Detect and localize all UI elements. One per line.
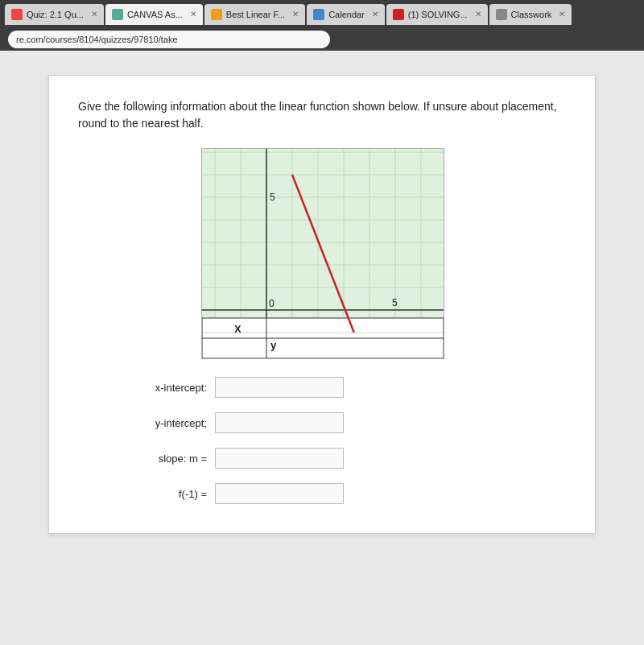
tab-quiz-close[interactable]: ✕ [91,10,97,19]
tab-solving-close[interactable]: ✕ [475,10,481,19]
question-text: Give the following information about the… [78,98,566,132]
y-intercept-label: y-intercept; [126,417,207,429]
tab-solving[interactable]: (1) SOLVING... ✕ [386,4,488,25]
x-intercept-label: x-intercept: [126,382,207,394]
f-neg1-row: f(-1) = [126,483,566,504]
x-intercept-input[interactable] [215,377,344,398]
y-intercept-input[interactable] [215,412,344,433]
graph-canvas [201,148,444,359]
tab-canvas-label: CANVAS As... [127,10,183,19]
address-input[interactable] [8,31,330,48]
fields-section: x-intercept: y-intercept; slope: m = f(-… [78,377,566,504]
tab-classwork-label: Classwork [511,10,552,19]
tab-calendar[interactable]: Calendar ✕ [307,4,385,25]
tab-classwork[interactable]: Classwork ✕ [489,4,572,25]
tab-solving-icon [393,9,404,20]
tab-calendar-icon [313,9,324,20]
slope-row: slope: m = [126,448,566,469]
tab-canvas[interactable]: CANVAS As... ✕ [105,4,203,25]
tab-classwork-icon [496,9,507,20]
graph-container [201,148,443,358]
slope-label: slope: m = [126,453,207,465]
f-neg1-input[interactable] [215,483,344,504]
y-intercept-row: y-intercept; [126,412,566,433]
x-intercept-row: x-intercept: [126,377,566,398]
tab-linear-icon [211,9,222,20]
tab-quiz-icon [11,9,23,20]
tab-quiz[interactable]: Quiz: 2.1 Qu... ✕ [5,4,104,25]
address-bar [0,28,644,51]
tab-quiz-label: Quiz: 2.1 Qu... [27,10,84,19]
tab-linear-close[interactable]: ✕ [292,10,299,19]
tab-classwork-close[interactable]: ✕ [559,10,565,19]
tab-canvas-close[interactable]: ✕ [190,10,196,19]
tab-calendar-label: Calendar [328,10,365,19]
tab-calendar-close[interactable]: ✕ [372,10,378,19]
quiz-container: Give the following information about the… [48,75,596,534]
browser-tabs: Quiz: 2.1 Qu... ✕ CANVAS As... ✕ Best Li… [0,0,644,28]
page-content: Give the following information about the… [0,51,644,645]
tab-canvas-icon [112,9,123,20]
f-neg1-label: f(-1) = [126,488,207,500]
tab-solving-label: (1) SOLVING... [408,10,468,19]
tab-linear-label: Best Linear F... [226,10,285,19]
tab-linear[interactable]: Best Linear F... ✕ [204,4,305,25]
slope-input[interactable] [215,448,344,469]
graph-wrapper [78,148,566,358]
